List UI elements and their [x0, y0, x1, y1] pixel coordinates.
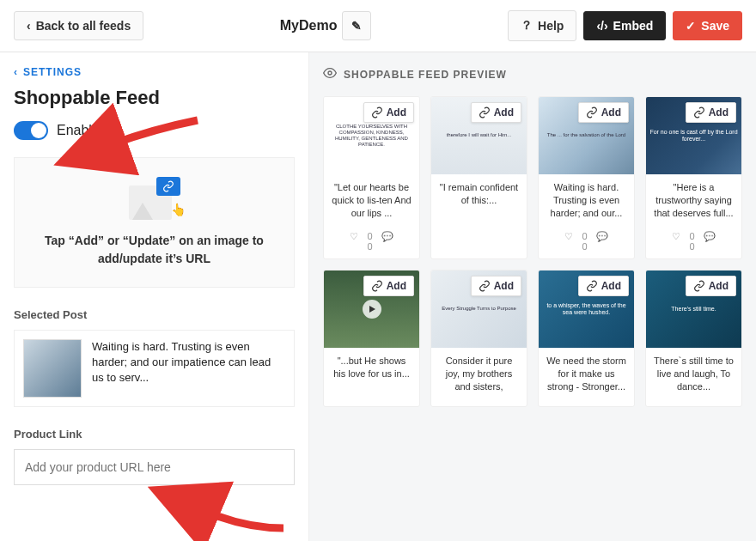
- chevron-left-icon: ‹: [27, 19, 31, 33]
- card-image: Add: [324, 270, 419, 348]
- heart-icon: [564, 231, 573, 252]
- comment-icon: [704, 231, 716, 252]
- add-link-button[interactable]: Add: [686, 102, 736, 123]
- product-link-label: Product Link: [14, 428, 295, 441]
- add-link-button[interactable]: Add: [363, 276, 414, 296]
- card-body: There`s still time to live and laugh, To…: [646, 348, 741, 406]
- feed-card: For no one is cast off by the Lord forev…: [645, 96, 742, 259]
- card-thumb-text: Every Struggle Turns to Purpose: [442, 306, 516, 312]
- card-image: The ... for the salvation of the Lord Ad…: [539, 97, 634, 174]
- card-body: Waiting is hard. Trusting is even harder…: [539, 174, 634, 258]
- card-stats: 00: [546, 231, 627, 252]
- like-count: 00: [582, 231, 587, 252]
- card-caption: "Let our hearts be quick to lis-ten And …: [331, 181, 412, 226]
- play-icon: [363, 300, 381, 319]
- like-count: 00: [367, 231, 372, 252]
- link-badge-icon: [156, 177, 180, 196]
- card-body: Consider it pure joy, my brothers and si…: [431, 348, 527, 406]
- selected-post-thumb: [23, 339, 82, 398]
- feed-grid: CLOTHE YOURSELVES WITH COMPASSION, KINDN…: [323, 96, 742, 407]
- add-link-button[interactable]: Add: [578, 102, 629, 123]
- feed-card: CLOTHE YOURSELVES WITH COMPASSION, KINDN…: [323, 96, 420, 259]
- add-link-button[interactable]: Add: [471, 276, 521, 296]
- feed-card: The ... for the salvation of the Lord Ad…: [538, 96, 635, 259]
- add-label: Add: [601, 280, 621, 292]
- card-caption: Consider it pure joy, my brothers and si…: [438, 355, 520, 399]
- check-icon: ✓: [686, 19, 696, 33]
- card-image: therefore I will wait for Him... Add: [431, 97, 527, 174]
- card-caption: Waiting is hard. Trusting is even harder…: [546, 181, 627, 226]
- card-image: to a whisper, the waves of the sea were …: [539, 270, 634, 348]
- card-thumb-text: There's still time.: [671, 306, 716, 313]
- product-url-input[interactable]: [14, 449, 295, 485]
- eye-icon: [323, 66, 337, 82]
- topbar: ‹ Back to all feeds MyDemo ✎ ？ Help ‹/› …: [0, 0, 756, 52]
- feed-title-group: MyDemo ✎: [280, 11, 372, 40]
- chevron-left-icon: ‹: [14, 66, 18, 78]
- preview-header-label: SHOPPABLE FEED PREVIEW: [344, 69, 507, 81]
- card-thumb-text: CLOTHE YOURSELVES WITH COMPASSION, KINDN…: [327, 124, 416, 149]
- comment-icon: [381, 231, 393, 252]
- code-icon: ‹/›: [596, 19, 607, 33]
- add-label: Add: [387, 280, 406, 292]
- settings-breadcrumb[interactable]: ‹ SETTINGS: [14, 66, 295, 78]
- add-label: Add: [709, 280, 729, 292]
- help-label: Help: [538, 19, 564, 33]
- add-link-button[interactable]: Add: [363, 102, 414, 123]
- card-caption: "...but He shows his love for us in...: [331, 355, 412, 399]
- card-stats: 00: [653, 231, 735, 252]
- card-image: CLOTHE YOURSELVES WITH COMPASSION, KINDN…: [324, 97, 419, 174]
- preview-header: SHOPPABLE FEED PREVIEW: [323, 66, 742, 82]
- selected-post-card: Waiting is hard. Trusting is even harder…: [14, 330, 295, 407]
- svg-point-0: [328, 71, 332, 75]
- add-label: Add: [387, 106, 406, 119]
- cursor-icon: 👆: [171, 203, 186, 216]
- feed-name: MyDemo: [280, 18, 338, 33]
- like-count: 00: [689, 231, 694, 252]
- card-thumb-text: to a whisper, the waves of the sea were …: [542, 302, 631, 317]
- card-thumb-text: therefore I will wait for Him...: [447, 132, 512, 138]
- feed-card: to a whisper, the waves of the sea were …: [538, 270, 635, 407]
- heart-icon: [672, 231, 680, 252]
- feed-card: therefore I will wait for Him... Add "I …: [430, 96, 527, 259]
- add-link-button[interactable]: Add: [471, 102, 521, 123]
- help-button[interactable]: ？ Help: [508, 10, 576, 41]
- edit-name-button[interactable]: ✎: [342, 11, 371, 40]
- save-label: Save: [701, 19, 729, 33]
- enable-row: Enable: [14, 121, 295, 140]
- add-label: Add: [494, 280, 514, 292]
- preview-panel: SHOPPABLE FEED PREVIEW CLOTHE YOURSELVES…: [309, 52, 756, 541]
- back-button[interactable]: ‹ Back to all feeds: [14, 11, 143, 40]
- card-stats: 00: [331, 231, 412, 252]
- instruction-graphic: 👆: [129, 177, 180, 220]
- card-thumb-text: The ... for the salvation of the Lord: [547, 132, 625, 138]
- crumb-label: SETTINGS: [23, 66, 82, 78]
- card-body: "...but He shows his love for us in...: [324, 348, 419, 406]
- help-icon: ？: [521, 18, 533, 33]
- card-caption: We need the storm for it make us strong …: [546, 355, 627, 399]
- card-body: "Let our hearts be quick to lis-ten And …: [324, 174, 419, 258]
- save-button[interactable]: ✓ Save: [673, 11, 742, 40]
- add-label: Add: [601, 106, 621, 119]
- card-image: Every Struggle Turns to Purpose Add: [431, 270, 527, 348]
- instruction-text: Tap “Add” or “Update” on an image to add…: [28, 232, 280, 268]
- card-caption: "I remain confident of this:...: [438, 181, 520, 226]
- feed-card: Add "...but He shows his love for us in.…: [323, 270, 420, 407]
- add-label: Add: [494, 106, 514, 119]
- feed-card: There's still time. Add There`s still ti…: [645, 270, 742, 407]
- page-title: Shoppable Feed: [14, 87, 295, 109]
- feed-card: Every Struggle Turns to Purpose Add Cons…: [430, 270, 527, 407]
- embed-button[interactable]: ‹/› Embed: [583, 11, 666, 40]
- main-layout: ‹ SETTINGS Shoppable Feed Enable 👆 Tap “…: [0, 52, 756, 541]
- instruction-box: 👆 Tap “Add” or “Update” on an image to a…: [14, 157, 295, 288]
- add-link-button[interactable]: Add: [686, 276, 736, 296]
- settings-sidebar: ‹ SETTINGS Shoppable Feed Enable 👆 Tap “…: [0, 52, 309, 541]
- enable-toggle[interactable]: [14, 121, 48, 140]
- add-link-button[interactable]: Add: [578, 276, 629, 296]
- card-body: We need the storm for it make us strong …: [539, 348, 634, 406]
- card-thumb-text: For no one is cast off by the Lord forev…: [649, 129, 738, 143]
- card-body: "I remain confident of this:...: [431, 174, 527, 233]
- card-caption: "Here is a trustworthy saying that deser…: [653, 181, 735, 226]
- selected-post-text: Waiting is hard. Trusting is even harder…: [92, 339, 285, 386]
- card-body: "Here is a trustworthy saying that deser…: [646, 174, 741, 258]
